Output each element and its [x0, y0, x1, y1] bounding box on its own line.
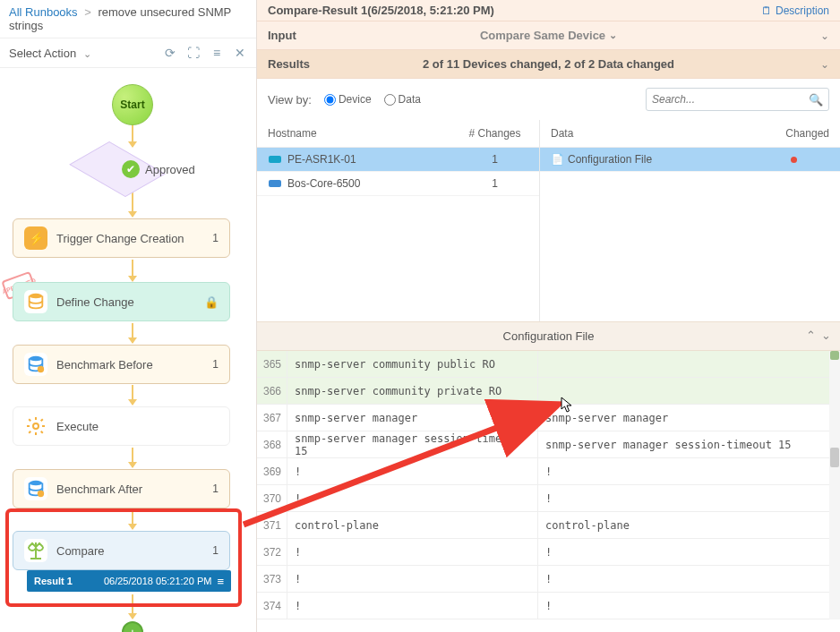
chevron-down-icon: ⌄: [609, 30, 617, 41]
col-data: Data: [551, 127, 758, 140]
scrollbar-marker: [830, 351, 839, 360]
results-section-header[interactable]: Results 2 of 11 Devices changed, 2 of 2 …: [257, 50, 840, 79]
scrollbar-thumb[interactable]: [830, 448, 839, 467]
description-label: Description: [776, 4, 829, 17]
step-define-change[interactable]: Define Change 🔒: [13, 282, 230, 321]
radio-input[interactable]: [384, 94, 396, 106]
result-date: 06/25/2018 05:21:20 PM: [104, 576, 211, 586]
chevron-down-icon[interactable]: ⌄: [820, 58, 829, 71]
flow-connector: [132, 192, 133, 217]
start-label: Start: [120, 98, 144, 111]
file-icon: 📄: [551, 153, 564, 166]
results-label: Results: [268, 57, 310, 71]
step-benchmark-after[interactable]: Benchmark After 1: [13, 469, 230, 508]
line-number: 365: [257, 351, 287, 377]
breadcrumb-root[interactable]: All Runbooks: [9, 5, 78, 19]
step-count: 1: [212, 483, 219, 495]
database-icon: [24, 353, 47, 376]
select-action-dropdown[interactable]: Select Action ⌄: [9, 47, 91, 60]
flow-connector: [132, 323, 133, 343]
search-icon[interactable]: 🔍: [809, 93, 823, 107]
add-step-button[interactable]: +: [122, 621, 143, 632]
diff-row: 366snmp-server community private RO: [257, 378, 840, 405]
line-number: 369: [257, 458, 287, 484]
description-button[interactable]: 🗒 Description: [761, 4, 829, 17]
lock-icon: 🔒: [204, 295, 219, 309]
step-execute[interactable]: Execute: [13, 406, 230, 446]
device-changes: 1: [461, 177, 528, 190]
chevron-down-icon[interactable]: ⌄: [820, 30, 829, 42]
diff-left-content: snmp-server community private RO: [287, 378, 538, 404]
chevron-down-icon[interactable]: ⌄: [821, 329, 831, 342]
flow-canvas[interactable]: Start ✔ Approved APPROVED ⚡ Trigger Chan…: [0, 68, 256, 623]
col-changes: # Changes: [461, 127, 528, 140]
device-icon: [268, 154, 282, 165]
step-benchmark-before[interactable]: Benchmark Before 1: [13, 345, 230, 384]
diff-left-content: snmp-server community public RO: [287, 351, 538, 377]
refresh-icon[interactable]: ⟳: [163, 46, 177, 60]
line-number: 374: [257, 593, 287, 619]
step-label: Benchmark After: [56, 483, 203, 496]
diff-left-content: !: [287, 593, 538, 619]
flow-connector: [132, 385, 133, 405]
step-label: Compare: [56, 544, 203, 558]
approved-node[interactable]: ✔ Approved: [70, 147, 195, 192]
diff-right-content: !: [538, 492, 840, 505]
close-icon[interactable]: ✕: [233, 46, 247, 60]
input-section-header[interactable]: Input Compare Same Device ⌄ ⌄: [257, 21, 840, 50]
focus-icon[interactable]: ⛶: [186, 46, 201, 60]
step-count: 1: [212, 544, 219, 557]
search-field[interactable]: 🔍: [646, 88, 829, 111]
config-file-label: Configuration File: [503, 329, 595, 343]
viewby-controls: View by: Device Data 🔍: [257, 79, 840, 120]
database-icon: [24, 290, 47, 313]
diff-right-content: !: [538, 600, 840, 612]
svg-point-4: [30, 481, 43, 486]
device-name: Bos-Core-6500: [287, 177, 360, 190]
step-label: Execute: [56, 420, 219, 433]
line-number: 372: [257, 539, 287, 565]
config-file-header[interactable]: Configuration File ⌃ ⌄: [257, 321, 840, 351]
diff-left-content: snmp-server manager session-timeout 15: [287, 431, 538, 457]
scrollbar-track[interactable]: [829, 351, 840, 619]
device-icon: [268, 178, 282, 189]
line-number: 371: [257, 512, 287, 538]
compare-title: Compare-Result 1(6/25/2018, 5:21:20 PM): [268, 4, 494, 17]
start-node[interactable]: Start: [112, 84, 153, 125]
device-row[interactable]: PE-ASR1K-011: [257, 148, 539, 172]
scale-icon: [24, 539, 47, 562]
search-input[interactable]: [652, 93, 809, 106]
line-number: 373: [257, 566, 287, 592]
step-compare[interactable]: Compare 1: [13, 531, 230, 570]
compare-mode-dropdown[interactable]: Compare Same Device ⌄: [480, 29, 617, 42]
menu-icon[interactable]: ≡: [217, 575, 224, 588]
breadcrumb: All Runbooks > remove unsecured SNMP str…: [0, 0, 256, 38]
lightning-icon: ⚡: [24, 226, 47, 250]
radio-input[interactable]: [324, 94, 336, 106]
diff-left-content: !: [287, 539, 538, 565]
gear-icon: [24, 414, 47, 438]
diff-row: 367snmp-server managersnmp-server manage…: [257, 405, 840, 431]
step-trigger-change[interactable]: ⚡ Trigger Change Creation 1: [13, 218, 230, 258]
data-row[interactable]: 📄Configuration File: [540, 148, 840, 172]
line-number: 366: [257, 378, 287, 404]
compare-result-item[interactable]: Result 1 06/25/2018 05:21:20 PM ≡: [27, 570, 231, 592]
viewby-label: View by:: [268, 93, 312, 107]
diff-left-content: !: [287, 566, 538, 592]
results-tables: Hostname # Changes PE-ASR1K-011Bos-Core-…: [257, 120, 840, 321]
diff-right-content: !: [538, 573, 840, 585]
device-row[interactable]: Bos-Core-65001: [257, 172, 539, 196]
diff-row: 368snmp-server manager session-timeout 1…: [257, 431, 840, 458]
device-name: PE-ASR1K-01: [287, 153, 356, 166]
data-header-row: Data Changed: [540, 120, 840, 148]
check-icon: ✔: [122, 160, 140, 178]
compare-header: Compare-Result 1(6/25/2018, 5:21:20 PM) …: [257, 0, 840, 21]
viewby-data-radio[interactable]: Data: [384, 93, 421, 106]
chevron-up-icon[interactable]: ⌃: [806, 329, 816, 342]
flow-connector: [132, 124, 133, 147]
list-icon[interactable]: ≡: [210, 46, 224, 60]
diff-left-content: snmp-server manager: [287, 405, 538, 431]
viewby-device-radio[interactable]: Device: [324, 93, 372, 106]
input-label: Input: [268, 29, 296, 42]
left-toolbar: Select Action ⌄ ⟳ ⛶ ≡ ✕: [0, 38, 256, 68]
